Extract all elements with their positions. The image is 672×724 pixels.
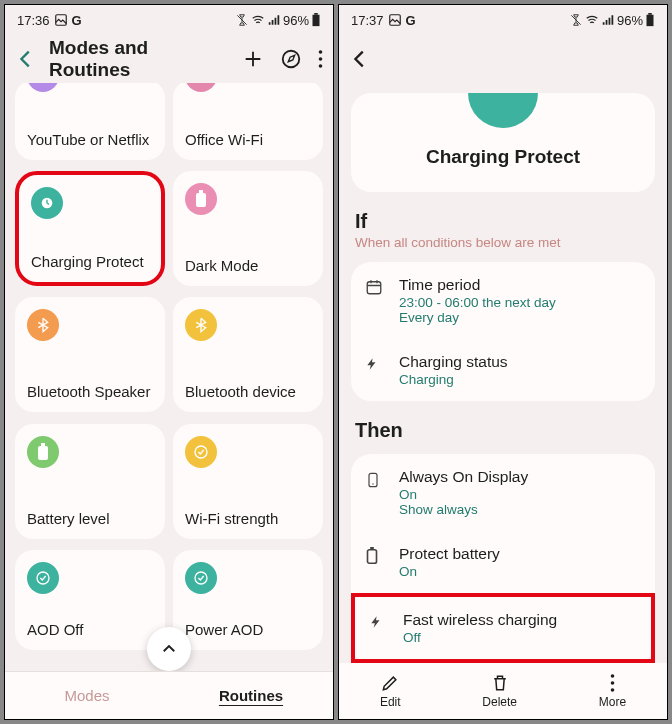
check-icon [185, 562, 217, 594]
svg-point-26 [611, 674, 615, 678]
routine-card[interactable]: Dark Mode [173, 171, 323, 286]
battery-icon [365, 547, 385, 565]
action-item-fast-wireless[interactable]: Fast wireless charging Off [351, 593, 655, 663]
statusbar: 17:36 G 96% [5, 5, 333, 35]
wifi-icon [585, 13, 599, 27]
delete-button[interactable]: Delete [482, 673, 517, 709]
routine-card[interactable]: Wi-Fi strength [173, 424, 323, 539]
battery-icon [645, 13, 655, 27]
svg-point-15 [37, 572, 49, 584]
routines-grid: YouTube or Netflix Office Wi-Fi Charging… [5, 83, 333, 653]
svg-point-6 [319, 57, 323, 61]
signal-icon [267, 13, 281, 27]
routine-card[interactable]: AOD Off [15, 550, 165, 650]
add-button[interactable] [242, 48, 264, 70]
svg-rect-2 [313, 15, 320, 26]
svg-point-5 [319, 50, 323, 54]
btn-label: Delete [482, 695, 517, 709]
routine-card[interactable]: Power AOD [173, 550, 323, 650]
conditions-list: Time period 23:00 - 06:00 the next day E… [351, 262, 655, 401]
routine-card[interactable]: Office Wi-Fi [173, 83, 323, 160]
edit-button[interactable]: Edit [380, 673, 401, 709]
action-item[interactable]: Protect battery On [351, 531, 655, 593]
tab-modes[interactable]: Modes [5, 672, 169, 719]
condition-item[interactable]: Charging status Charging [351, 339, 655, 401]
svg-rect-10 [196, 193, 206, 207]
item-sub: 23:00 - 06:00 the next day [399, 295, 641, 310]
card-title: Power AOD [185, 621, 311, 638]
card-title: AOD Off [27, 621, 153, 638]
google-icon: G [72, 13, 82, 28]
more-button[interactable]: More [599, 673, 626, 709]
card-title: Bluetooth device [185, 383, 311, 400]
svg-point-23 [372, 483, 373, 484]
item-sub: On [399, 487, 641, 502]
clock: 17:36 [17, 13, 50, 28]
card-title: Office Wi-Fi [185, 131, 311, 148]
more-button[interactable] [318, 49, 323, 69]
header: Modes and Routines [5, 35, 333, 83]
svg-rect-19 [647, 15, 654, 26]
clock-icon [31, 187, 63, 219]
wifi-icon [185, 83, 217, 92]
card-title: Bluetooth Speaker [27, 383, 153, 400]
card-title: YouTube or Netflix [27, 131, 153, 148]
header [339, 35, 667, 83]
svg-point-7 [319, 64, 323, 68]
hero-icon [468, 93, 538, 128]
tab-routines[interactable]: Routines [169, 672, 333, 719]
trash-icon [490, 673, 510, 693]
btn-label: Edit [380, 695, 401, 709]
google-icon: G [406, 13, 416, 28]
card-title: Dark Mode [185, 257, 311, 274]
section-sub: When all conditions below are met [355, 235, 651, 250]
svg-rect-12 [38, 446, 48, 460]
condition-item[interactable]: Time period 23:00 - 06:00 the next day E… [351, 262, 655, 339]
svg-rect-20 [648, 13, 652, 15]
bluetooth-icon [185, 309, 217, 341]
item-sub2: Every day [399, 310, 641, 325]
svg-rect-13 [41, 443, 45, 446]
back-button[interactable] [15, 48, 39, 70]
routine-card-charging-protect[interactable]: Charging Protect [15, 171, 165, 286]
bottom-action-bar: Edit Delete More [339, 663, 667, 719]
image-icon [54, 13, 68, 27]
battery-icon [27, 436, 59, 468]
clock: 17:37 [351, 13, 384, 28]
vibrate-icon [235, 13, 249, 27]
battery-text: 96% [617, 13, 643, 28]
svg-point-16 [195, 572, 207, 584]
routine-card[interactable]: Bluetooth Speaker [15, 297, 165, 412]
routine-title: Charging Protect [351, 146, 655, 168]
page-title: Modes and Routines [49, 37, 232, 81]
btn-label: More [599, 695, 626, 709]
routine-hero: Charging Protect [351, 93, 655, 192]
check-icon [185, 436, 217, 468]
item-title: Charging status [399, 353, 641, 371]
routine-card[interactable]: YouTube or Netflix [15, 83, 165, 160]
calendar-icon [365, 278, 385, 296]
routine-card[interactable]: Battery level [15, 424, 165, 539]
svg-point-28 [611, 688, 615, 692]
battery-icon [311, 13, 321, 27]
svg-rect-11 [199, 190, 203, 193]
bolt-icon [365, 355, 385, 373]
back-button[interactable] [349, 48, 373, 70]
svg-rect-25 [370, 547, 374, 550]
phone-icon [365, 470, 385, 490]
image-icon [388, 13, 402, 27]
discover-button[interactable] [280, 48, 302, 70]
item-sub: On [399, 564, 641, 579]
item-title: Time period [399, 276, 641, 294]
action-item[interactable]: Always On Display On Show always [351, 454, 655, 531]
card-title: Battery level [27, 510, 153, 527]
check-icon [27, 562, 59, 594]
routine-card[interactable]: Bluetooth device [173, 297, 323, 412]
item-sub: Off [403, 630, 637, 645]
actions-list: Always On Display On Show always Protect… [351, 454, 655, 663]
scroll-up-button[interactable] [147, 627, 191, 671]
svg-point-4 [283, 51, 300, 68]
card-title: Wi-Fi strength [185, 510, 311, 527]
svg-point-27 [611, 681, 615, 685]
pencil-icon [380, 673, 400, 693]
